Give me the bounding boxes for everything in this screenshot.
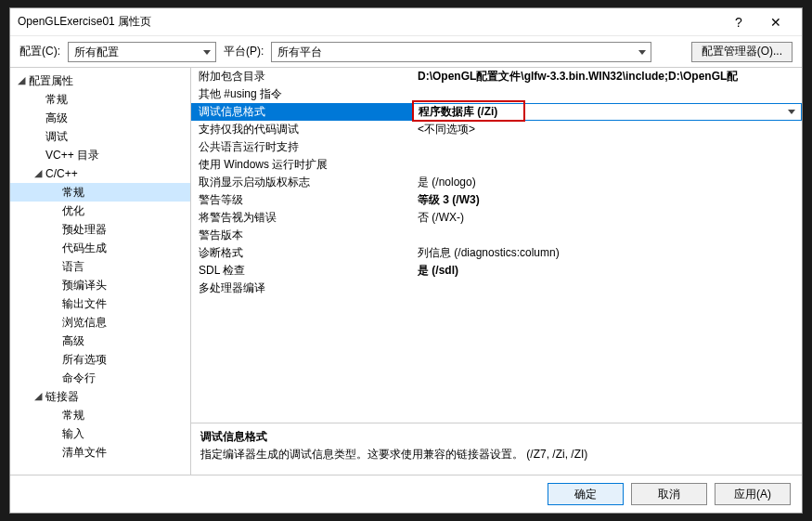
property-row[interactable]: SDL 检查是 (/sdl) xyxy=(191,262,802,280)
config-label: 配置(C): xyxy=(19,44,60,59)
property-row[interactable]: 支持仅我的代码调试<不同选项> xyxy=(191,121,802,138)
tree-config-properties[interactable]: ◢配置属性 xyxy=(10,72,190,90)
description-pane: 调试信息格式 指定编译器生成的调试信息类型。这要求使用兼容的链接器设置。 (/Z… xyxy=(191,423,802,475)
property-row[interactable]: 将警告视为错误否 (/WX-) xyxy=(191,209,802,227)
collapse-icon: ◢ xyxy=(32,168,44,179)
content-area: ◢配置属性 常规 高级 调试 VC++ 目录 ◢C/C++ 常规 优化 预处理器… xyxy=(10,68,802,475)
tree-cpp-language[interactable]: 语言 xyxy=(10,257,190,276)
cancel-button[interactable]: 取消 xyxy=(631,483,707,505)
tree-general[interactable]: 常规 xyxy=(10,90,190,109)
property-row[interactable]: 公共语言运行时支持 xyxy=(191,138,802,156)
platform-value: 所有平台 xyxy=(277,46,322,59)
tree-linker[interactable]: ◢链接器 xyxy=(10,387,190,406)
property-row[interactable]: 其他 #using 指令 xyxy=(191,85,802,103)
tree-cpp-preprocessor[interactable]: 预处理器 xyxy=(10,220,190,239)
tree-pane[interactable]: ◢配置属性 常规 高级 调试 VC++ 目录 ◢C/C++ 常规 优化 预处理器… xyxy=(10,68,191,475)
property-row[interactable]: 警告等级等级 3 (/W3) xyxy=(191,191,802,209)
tree-cpp[interactable]: ◢C/C++ xyxy=(10,164,190,183)
tree-cpp-general[interactable]: 常规 xyxy=(10,183,190,202)
tree-advanced[interactable]: 高级 xyxy=(10,109,190,127)
platform-combo[interactable]: 所有平台 xyxy=(271,42,651,62)
tree-linker-general[interactable]: 常规 xyxy=(10,406,190,424)
property-name: 支持仅我的代码调试 xyxy=(191,122,412,137)
property-row[interactable]: 附加包含目录D:\OpenGL配置文件\glfw-3.3.bin.WIN32\i… xyxy=(191,68,802,85)
tree-linker-manifest[interactable]: 清单文件 xyxy=(10,443,190,462)
property-row[interactable]: 多处理器编译 xyxy=(191,280,802,297)
property-value[interactable]: 等级 3 (/W3) xyxy=(412,192,802,208)
tree-cpp-optimize[interactable]: 优化 xyxy=(10,202,190,220)
property-name: 使用 Windows 运行时扩展 xyxy=(191,157,412,173)
platform-label: 平台(P): xyxy=(224,44,264,59)
footer: 确定 取消 应用(A) xyxy=(10,475,802,513)
tree-cpp-pch[interactable]: 预编译头 xyxy=(10,276,190,294)
property-name: 警告版本 xyxy=(191,228,412,243)
property-name: 多处理器编译 xyxy=(191,280,412,296)
property-name: 其他 #using 指令 xyxy=(191,86,412,102)
property-row[interactable]: 使用 Windows 运行时扩展 xyxy=(191,156,802,174)
tree-linker-input[interactable]: 输入 xyxy=(10,424,190,443)
close-button[interactable]: ✕ xyxy=(757,9,794,35)
config-value: 所有配置 xyxy=(74,46,119,59)
tree-cpp-cmdline[interactable]: 命令行 xyxy=(10,369,190,387)
description-text: 指定编译器生成的调试信息类型。这要求使用兼容的链接器设置。 (/Z7, /Zi,… xyxy=(200,447,793,462)
property-page-dialog: OpenGLExercise01 属性页 ? ✕ 配置(C): 所有配置 平台(… xyxy=(9,7,803,514)
tree-cpp-alloptions[interactable]: 所有选项 xyxy=(10,350,190,369)
tree-cpp-output[interactable]: 输出文件 xyxy=(10,294,190,313)
property-value[interactable]: 是 (/nologo) xyxy=(412,175,802,190)
property-name: 取消显示启动版权标志 xyxy=(191,175,412,190)
property-grid[interactable]: 附加包含目录D:\OpenGL配置文件\glfw-3.3.bin.WIN32\i… xyxy=(191,68,802,423)
property-row[interactable]: 调试信息格式程序数据库 (/Zi) xyxy=(191,103,802,121)
tree-cpp-codegen[interactable]: 代码生成 xyxy=(10,239,190,257)
apply-button[interactable]: 应用(A) xyxy=(715,483,791,505)
window-title: OpenGLExercise01 属性页 xyxy=(18,14,720,30)
config-combo[interactable]: 所有配置 xyxy=(68,42,216,62)
description-title: 调试信息格式 xyxy=(200,429,793,445)
titlebar: OpenGLExercise01 属性页 ? ✕ xyxy=(10,8,802,36)
property-name: 调试信息格式 xyxy=(191,104,412,120)
property-value[interactable]: <不同选项> xyxy=(412,122,802,137)
property-name: SDL 检查 xyxy=(191,263,412,279)
property-name: 诊断格式 xyxy=(191,245,412,261)
property-name: 将警告视为错误 xyxy=(191,210,412,226)
property-value[interactable]: 列信息 (/diagnostics:column) xyxy=(412,245,802,261)
tree-vcpp-dirs[interactable]: VC++ 目录 xyxy=(10,146,190,164)
ok-button[interactable]: 确定 xyxy=(548,483,624,505)
tree-cpp-browse[interactable]: 浏览信息 xyxy=(10,313,190,332)
property-name: 警告等级 xyxy=(191,192,412,208)
property-value[interactable]: 否 (/WX-) xyxy=(412,210,802,226)
property-name: 公共语言运行时支持 xyxy=(191,139,412,155)
property-row[interactable]: 诊断格式列信息 (/diagnostics:column) xyxy=(191,244,802,262)
property-value[interactable]: 程序数据库 (/Zi) xyxy=(412,103,802,121)
config-manager-button[interactable]: 配置管理器(O)... xyxy=(691,42,793,62)
right-pane: 附加包含目录D:\OpenGL配置文件\glfw-3.3.bin.WIN32\i… xyxy=(191,68,802,475)
property-value[interactable]: 是 (/sdl) xyxy=(412,263,802,279)
collapse-icon: ◢ xyxy=(16,75,27,86)
property-row[interactable]: 警告版本 xyxy=(191,227,802,244)
property-row[interactable]: 取消显示启动版权标志是 (/nologo) xyxy=(191,174,802,191)
toolbar: 配置(C): 所有配置 平台(P): 所有平台 配置管理器(O)... xyxy=(10,36,802,68)
tree-debug[interactable]: 调试 xyxy=(10,127,190,146)
property-value[interactable]: D:\OpenGL配置文件\glfw-3.3.bin.WIN32\include… xyxy=(412,69,802,85)
collapse-icon: ◢ xyxy=(32,391,44,402)
property-name: 附加包含目录 xyxy=(191,69,412,85)
help-button[interactable]: ? xyxy=(720,9,757,35)
tree-cpp-advanced[interactable]: 高级 xyxy=(10,332,190,350)
